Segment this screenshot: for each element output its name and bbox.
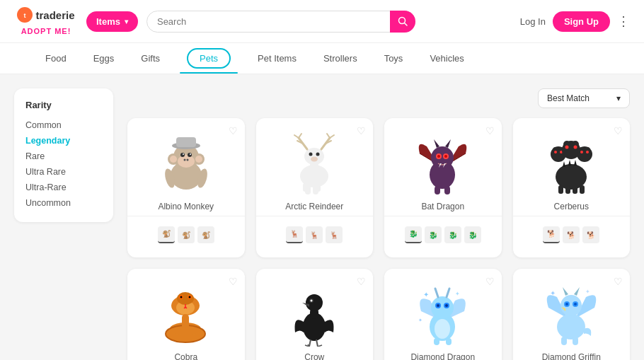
svg-rect-125 [573,337,578,345]
svg-point-115 [560,295,582,316]
sidebar-item-rare[interactable]: Rare [25,149,102,164]
svg-line-3 [404,23,407,26]
pet-image: ✦ ✦ [539,283,603,347]
nav-bar: FoodEggsGiftsPetsPet ItemsStrollersToysV… [0,43,644,74]
variant-thumb[interactable]: 🦌 [326,226,343,243]
nav-item-food[interactable]: Food [42,43,69,74]
svg-rect-52 [444,186,450,194]
pet-card: ♡ ✦ ✦ ✦ Diamond Dragon💠💠💠💠 [384,269,502,360]
pet-image [282,132,346,196]
svg-rect-37 [303,183,308,192]
pet-card: ♡ Cobra🐍🐍🐍 [127,269,245,360]
svg-rect-69 [558,185,563,194]
pet-image: ✦ ✦ ✦ [411,283,475,347]
svg-rect-72 [580,185,585,194]
heart-icon[interactable]: ♡ [357,125,366,137]
svg-point-86 [189,296,191,298]
svg-marker-73 [563,161,565,167]
svg-point-102 [431,296,454,319]
svg-text:✦: ✦ [423,291,429,298]
svg-line-103 [435,289,438,297]
svg-point-108 [445,304,448,307]
sidebar-item-ultra-rare[interactable]: Ultra Rare [25,164,102,180]
svg-point-32 [309,153,313,156]
heart-icon[interactable]: ♡ [357,276,366,287]
pet-image [154,283,218,347]
svg-line-96 [316,339,318,347]
pet-card: ♡ Crow🐦🐦🐦 [256,269,374,360]
variant-thumb[interactable]: 🐕 [543,226,560,243]
nav-item-pets[interactable]: Pets [184,43,234,74]
pet-name: Cerberus [522,202,622,211]
variant-thumb[interactable]: 🦌 [286,226,303,243]
variant-thumb[interactable]: 🐒 [178,226,195,243]
heart-icon[interactable]: ♡ [485,276,495,287]
heart-icon[interactable]: ♡ [485,125,495,137]
items-button[interactable]: Items ▾ [86,11,138,32]
variant-thumb[interactable]: 🐕 [563,226,580,243]
svg-line-99 [318,345,322,347]
sidebar-item-common[interactable]: Common [25,117,102,133]
variant-thumb[interactable]: 🐒 [158,226,175,243]
svg-rect-124 [561,337,567,345]
svg-rect-38 [316,183,321,192]
svg-line-25 [294,135,299,138]
heart-icon[interactable]: ♡ [614,125,623,137]
pet-image [411,132,475,196]
chevron-down-icon: ▾ [125,18,128,25]
variant-thumb[interactable]: 🐕 [582,226,599,243]
header: t traderie ADOPT ME! Items ▾ Log In Sign… [0,0,644,43]
svg-text:✦: ✦ [455,291,460,297]
search-button[interactable] [390,11,415,33]
pet-name: Cobra [136,352,236,360]
svg-line-26 [299,134,301,138]
variant-thumb[interactable]: 🐉 [425,226,442,243]
svg-point-15 [183,158,185,161]
variant-thumb[interactable]: 🐒 [197,226,214,243]
logo-icon: t [17,7,33,23]
pet-card: ♡ [513,118,631,257]
svg-marker-116 [563,287,568,296]
nav-item-eggs[interactable]: Eggs [91,43,117,74]
variants-row: 🐉🐉🐉🐉 [393,221,493,249]
header-right: Log In Sign Up ⋮ [520,11,630,32]
adopt-me-label: ADOPT ME! [21,27,71,35]
svg-point-16 [186,158,188,161]
sort-select[interactable]: Best Match ▾ [538,88,630,108]
variants-row: 🦌🦌🦌 [265,221,365,249]
nav-item-pet-items[interactable]: Pet Items [255,43,299,74]
svg-marker-117 [574,287,580,296]
variant-thumb[interactable]: 🐉 [444,226,461,243]
pet-card: ♡ Bat Dragon🐉🐉🐉🐉 [384,118,502,257]
variant-thumb[interactable]: 🐉 [464,226,481,243]
nav-item-vehicles[interactable]: Vehicles [427,43,466,74]
svg-line-104 [447,289,449,297]
sidebar-item-uncommon[interactable]: Uncommon [25,195,102,211]
pet-image [154,132,218,196]
variant-thumb[interactable]: 🦌 [306,226,323,243]
main-content: Rarity CommonLegendaryRareUltra RareUltr… [0,74,644,360]
nav-item-strollers[interactable]: Strollers [321,43,360,74]
content-area: Best Match ▾ ♡ Albino Monke [127,88,630,360]
login-button[interactable]: Log In [520,16,546,27]
svg-point-10 [178,155,195,168]
svg-point-106 [437,304,439,307]
nav-item-gifts[interactable]: Gifts [138,43,163,74]
svg-rect-18 [176,137,196,147]
card-divider [256,216,374,216]
sidebar-item-ultra-rare[interactable]: Ultra-Rare [25,180,102,195]
variant-thumb[interactable]: 🐉 [405,226,422,243]
signup-button[interactable]: Sign Up [553,11,610,32]
search-input[interactable] [146,11,415,33]
svg-point-13 [183,153,184,155]
svg-point-7 [170,156,177,163]
svg-marker-44 [445,139,451,148]
heart-icon[interactable]: ♡ [614,276,623,287]
nav-item-toys[interactable]: Toys [381,43,406,74]
heart-icon[interactable]: ♡ [229,125,238,137]
heart-icon[interactable]: ♡ [229,276,238,287]
sort-chevron-icon: ▾ [616,93,621,103]
svg-point-62 [565,145,568,149]
sidebar-item-legendary[interactable]: Legendary [25,133,102,149]
more-options-button[interactable]: ⋮ [617,13,630,29]
